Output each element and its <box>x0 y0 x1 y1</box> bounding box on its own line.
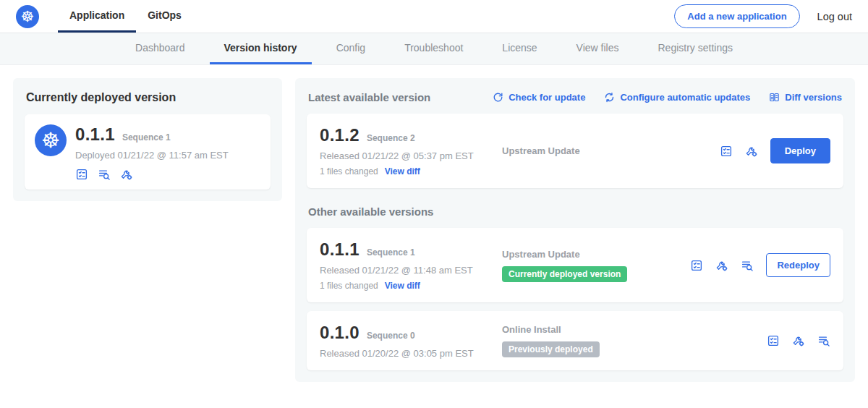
sequence-label: Sequence 1 <box>367 247 415 258</box>
version-info: 0.1.0 Sequence 0 Released 01/20/22 @ 03:… <box>320 323 502 359</box>
deployed-panel: Currently deployed version ☸ 0.1.1 Seque… <box>13 78 282 201</box>
deploy-logs-icon[interactable] <box>741 259 754 272</box>
sequence-label: Sequence 0 <box>367 331 415 341</box>
check-for-update-button[interactable]: Check for update <box>493 92 585 103</box>
version-card-0-1-1: 0.1.1 Sequence 1 Released 01/21/22 @ 11:… <box>307 228 843 302</box>
view-diff-link[interactable]: View diff <box>385 166 420 177</box>
tab-application[interactable]: Application <box>58 0 136 33</box>
version-card-latest: 0.1.2 Sequence 2 Released 01/21/22 @ 05:… <box>307 114 843 188</box>
subnav-item-dashboard[interactable]: Dashboard <box>121 33 200 64</box>
release-notes-icon[interactable] <box>767 334 780 347</box>
files-changed-label: 1 files changed <box>320 281 378 291</box>
version-source: Online Install Previously deployed <box>502 324 767 357</box>
topbar-right: Add a new application Log out <box>674 0 852 33</box>
subnav-item-registry-settings[interactable]: Registry settings <box>644 33 747 64</box>
configure-automatic-updates-label: Configure automatic updates <box>620 92 750 103</box>
version-number: 0.1.1 <box>320 239 359 260</box>
config-icon[interactable] <box>120 168 133 181</box>
deployed-timestamp: Deployed 01/21/22 @ 11:57 am EST <box>75 150 229 161</box>
diff-versions-label: Diff versions <box>785 92 842 103</box>
app-subnav: Dashboard Version history Config Trouble… <box>0 33 868 65</box>
available-header: Latest available version Check for updat… <box>308 91 842 103</box>
available-panel-title: Latest available version <box>308 91 430 103</box>
available-actions: Check for update Configure automatic upd… <box>493 92 842 103</box>
redeploy-button[interactable]: Redeploy <box>766 253 830 277</box>
released-timestamp: Released 01/21/22 @ 05:37 pm EST <box>320 150 502 161</box>
config-icon[interactable] <box>745 145 758 158</box>
release-notes-icon[interactable] <box>690 259 703 272</box>
auto-update-icon <box>604 92 615 103</box>
currently-deployed-badge: Currently deployed version <box>502 266 627 282</box>
subnav-item-config[interactable]: Config <box>322 33 380 64</box>
previously-deployed-badge: Previously deployed <box>502 341 600 357</box>
kubernetes-logo-icon: ☸ <box>16 5 39 28</box>
other-versions-title: Other available versions <box>308 205 842 218</box>
available-panel: Latest available version Check for updat… <box>295 78 855 382</box>
diff-versions-button[interactable]: Diff versions <box>769 92 842 103</box>
main-content: Currently deployed version ☸ 0.1.1 Seque… <box>0 65 868 395</box>
deployed-actions <box>75 168 229 181</box>
files-changed-label: 1 files changed <box>320 166 378 177</box>
logo-wrap: ☸ <box>16 0 39 33</box>
configure-automatic-updates-button[interactable]: Configure automatic updates <box>604 92 750 103</box>
subnav-item-view-files[interactable]: View files <box>562 33 634 64</box>
version-number: 0.1.2 <box>320 125 359 145</box>
sequence-label: Sequence 1 <box>122 132 171 143</box>
version-row: 0.1.1 Sequence 1 <box>75 124 229 145</box>
upstream-update-label: Upstream Update <box>502 145 712 156</box>
subnav-item-license[interactable]: License <box>488 33 551 64</box>
deployed-panel-title: Currently deployed version <box>26 91 269 104</box>
deploy-button[interactable]: Deploy <box>770 138 830 163</box>
version-number: 0.1.1 <box>75 124 115 145</box>
released-timestamp: Released 01/21/22 @ 11:48 am EST <box>320 265 502 276</box>
version-number: 0.1.0 <box>320 323 359 343</box>
deployed-version-info: 0.1.1 Sequence 1 Deployed 01/21/22 @ 11:… <box>75 124 229 181</box>
diff-icon <box>769 92 780 103</box>
release-notes-icon[interactable] <box>75 168 88 181</box>
deployed-version-card: ☸ 0.1.1 Sequence 1 Deployed 01/21/22 @ 1… <box>25 114 271 190</box>
upstream-update-label: Upstream Update <box>502 249 683 260</box>
config-icon[interactable] <box>792 334 805 347</box>
release-notes-icon[interactable] <box>720 145 733 158</box>
sequence-label: Sequence 2 <box>367 133 415 143</box>
config-icon[interactable] <box>715 259 728 272</box>
check-for-update-label: Check for update <box>509 92 585 103</box>
deploy-logs-icon[interactable] <box>817 334 830 347</box>
subnav-item-troubleshoot[interactable]: Troubleshoot <box>390 33 477 64</box>
version-source: Upstream Update <box>502 145 720 156</box>
released-timestamp: Released 01/20/22 @ 03:05 pm EST <box>320 348 502 359</box>
deploy-logs-icon[interactable] <box>98 168 111 181</box>
version-source: Upstream Update Currently deployed versi… <box>502 249 690 282</box>
app-icon: ☸ <box>35 124 67 156</box>
version-info: 0.1.1 Sequence 1 Released 01/21/22 @ 11:… <box>320 239 502 291</box>
refresh-icon <box>493 92 503 103</box>
version-card-0-1-0: 0.1.0 Sequence 0 Released 01/20/22 @ 03:… <box>307 311 843 370</box>
tab-gitops[interactable]: GitOps <box>136 0 193 33</box>
version-actions: Deploy <box>720 138 830 163</box>
version-actions: Redeploy <box>690 253 830 277</box>
logout-button[interactable]: Log out <box>817 11 852 22</box>
topbar: ☸ Application GitOps Add a new applicati… <box>0 0 868 33</box>
subnav-item-version-history[interactable]: Version history <box>210 33 312 64</box>
add-application-button[interactable]: Add a new application <box>674 4 799 28</box>
online-install-label: Online Install <box>502 324 760 335</box>
view-diff-link[interactable]: View diff <box>385 281 420 291</box>
version-info: 0.1.2 Sequence 2 Released 01/21/22 @ 05:… <box>320 125 502 177</box>
version-actions <box>767 334 830 347</box>
